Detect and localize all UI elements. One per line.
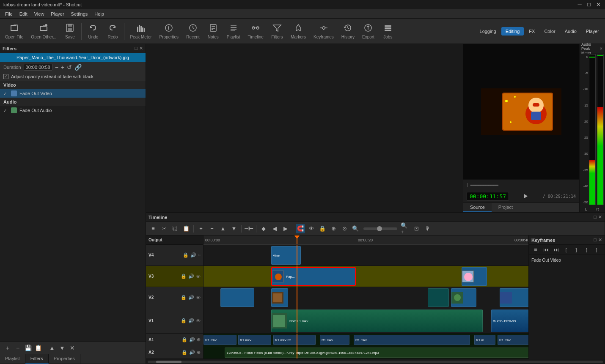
color-mode-button[interactable]: Color [540, 27, 559, 36]
v4-visible-icon[interactable]: ≈ [198, 253, 201, 258]
a1-clip-2[interactable]: R1.mkv [238, 335, 271, 345]
v4-lock-icon[interactable]: 🔒 [183, 252, 189, 258]
filters-tab[interactable]: Filters [25, 354, 49, 364]
tl-add-btn[interactable]: + [196, 224, 206, 233]
filters-close-icon[interactable]: ✕ [139, 46, 143, 51]
redo-button[interactable]: Redo [103, 20, 122, 42]
timeline-close-icon[interactable]: ✕ [598, 214, 602, 220]
v3-mute-icon[interactable]: 🔊 [188, 274, 194, 279]
duration-link-btn[interactable]: 🔗 [74, 64, 82, 71]
tl-remove-btn[interactable]: − [207, 224, 217, 233]
tl-fit-btn[interactable]: ⊡ [412, 224, 421, 233]
a1-clip-5[interactable]: R1.mkv [354, 335, 470, 345]
timeline-button[interactable]: Timeline [245, 20, 267, 42]
tl-next-marker-btn[interactable]: ▶ [281, 224, 290, 233]
keyframes-float-icon[interactable]: □ [594, 237, 597, 243]
kf-next-btn[interactable]: ⏭ [552, 246, 560, 253]
properties-tab[interactable]: Properties [49, 354, 80, 364]
a2-stereo-icon[interactable]: ⊕ [197, 350, 201, 355]
a1-clip-6[interactable]: R1.m [474, 335, 495, 345]
tl-marker-btn[interactable]: ◆ [259, 224, 268, 233]
kf-prev-btn[interactable]: ⏮ [542, 246, 550, 253]
a2-clip-1[interactable]: Y2Mate.is - Floral Fields (8-Bit Remix) … [225, 348, 528, 358]
filter-up-btn[interactable]: ▲ [48, 344, 56, 352]
save-button[interactable]: Save [60, 20, 79, 42]
close-button[interactable]: ✕ [595, 1, 602, 8]
horizontal-scrollbar[interactable] [146, 359, 605, 364]
history-button[interactable]: History [338, 20, 358, 42]
tl-overwrite-btn[interactable]: ▼ [229, 224, 239, 233]
a1-clip-1[interactable]: R1.mkv [204, 335, 236, 345]
minimize-button[interactable]: ─ [576, 1, 583, 8]
filters-float-icon[interactable]: □ [135, 46, 138, 51]
notes-button[interactable]: Notes [204, 20, 223, 42]
a1-stereo-icon[interactable]: ⊕ [197, 337, 201, 342]
tl-ripple3-btn[interactable]: ⊙ [340, 224, 349, 233]
audio-mode-button[interactable]: Audio [561, 27, 581, 36]
menu-edit[interactable]: Edit [16, 11, 31, 17]
filter-down-btn[interactable]: ▼ [58, 344, 66, 352]
a2-lock-icon[interactable]: 🔒 [182, 350, 187, 355]
menu-view[interactable]: View [31, 11, 48, 17]
v4-mute-icon[interactable]: 🔊 [190, 252, 196, 258]
a1-clip-4[interactable]: R1.mkv [320, 335, 349, 345]
editing-mode-button[interactable]: Editing [501, 27, 524, 36]
properties-button[interactable]: i Properties [156, 20, 182, 42]
a1-clip-7[interactable]: R1.mkv [498, 335, 528, 345]
duration-minus-btn[interactable]: − [55, 64, 58, 71]
tl-ripple-btn[interactable]: 👁 [307, 224, 316, 233]
player-mode-button[interactable]: Player [582, 27, 603, 36]
logging-mode-button[interactable]: Logging [476, 27, 500, 36]
kf-curly-r-btn[interactable]: } [592, 247, 601, 252]
v1-visible-icon[interactable]: 👁 [196, 318, 201, 323]
source-tab[interactable]: Source [463, 203, 492, 212]
v2-clip-2[interactable] [271, 288, 288, 307]
v2-mute-icon[interactable]: 🔊 [188, 295, 194, 300]
timeline-float-icon[interactable]: □ [594, 214, 597, 220]
kf-menu-btn[interactable]: ≡ [531, 246, 540, 253]
kf-bracket-l-btn[interactable]: [ [562, 247, 570, 252]
tl-lock-btn[interactable]: 🔒 [318, 224, 327, 233]
tl-paste-btn[interactable]: 📋 [182, 224, 191, 233]
menu-player[interactable]: Player [47, 11, 67, 17]
tl-cut-btn[interactable]: ✂ [160, 224, 169, 233]
v2-clip-4[interactable] [451, 288, 476, 307]
kf-curly-l-btn[interactable]: { [582, 247, 591, 252]
fx-mode-button[interactable]: FX [525, 27, 539, 36]
duration-reset-btn[interactable]: ↺ [67, 64, 72, 71]
tl-copy-btn[interactable]: ⿻ [170, 224, 180, 233]
open-file-button[interactable]: Open File [2, 20, 27, 42]
tl-prev-marker-btn[interactable]: ◀ [270, 224, 279, 233]
filters-button[interactable]: Filters [268, 20, 286, 42]
fade-out-audio-item[interactable]: ✓ Fade Out Audio [0, 106, 146, 115]
playlist-tab[interactable]: Playlist [0, 354, 25, 364]
a1-clip-3[interactable]: R1.mkv R1. [273, 335, 316, 345]
zoom-thumb[interactable] [377, 226, 382, 231]
tl-snap-btn[interactable]: 🧲 [296, 224, 305, 233]
filter-copy-btn[interactable]: 📋 [34, 344, 42, 352]
playlist-button[interactable]: Playlist [223, 20, 244, 42]
v2-clip-1[interactable] [220, 288, 254, 307]
v2-clip-3[interactable] [428, 288, 449, 307]
v3-lock-icon[interactable]: 🔒 [181, 274, 187, 279]
tl-ripple2-btn[interactable]: ⊕ [329, 224, 338, 233]
current-time[interactable]: 00:00:11:57 [467, 192, 509, 201]
kf-bracket-r-btn[interactable]: ] [572, 247, 580, 252]
filter-add-btn[interactable]: + [3, 344, 12, 352]
project-tab[interactable]: Project [492, 203, 520, 212]
tl-record-btn[interactable]: 🎙 [423, 224, 432, 233]
a2-mute-icon[interactable]: 🔊 [189, 350, 195, 355]
filter-close-btn[interactable]: ✕ [68, 344, 77, 352]
zoom-slider[interactable] [363, 227, 397, 230]
keyframes-close-icon[interactable]: ✕ [598, 237, 602, 243]
a1-mute-icon[interactable]: 🔊 [189, 337, 195, 342]
keyframes-button[interactable]: Keyframes [310, 20, 337, 42]
v1-lock-icon[interactable]: 🔒 [181, 318, 187, 323]
export-button[interactable]: Export [359, 20, 378, 42]
v2-clip-5[interactable] [500, 288, 528, 307]
peak-meter-button[interactable]: Peak Meter [126, 20, 155, 42]
v2-lock-icon[interactable]: 🔒 [181, 295, 187, 300]
tl-menu-btn[interactable]: ≡ [148, 224, 158, 233]
undo-button[interactable]: Undo [84, 20, 102, 42]
fade-out-video-item[interactable]: ✓ Fade Out Video [0, 89, 146, 98]
